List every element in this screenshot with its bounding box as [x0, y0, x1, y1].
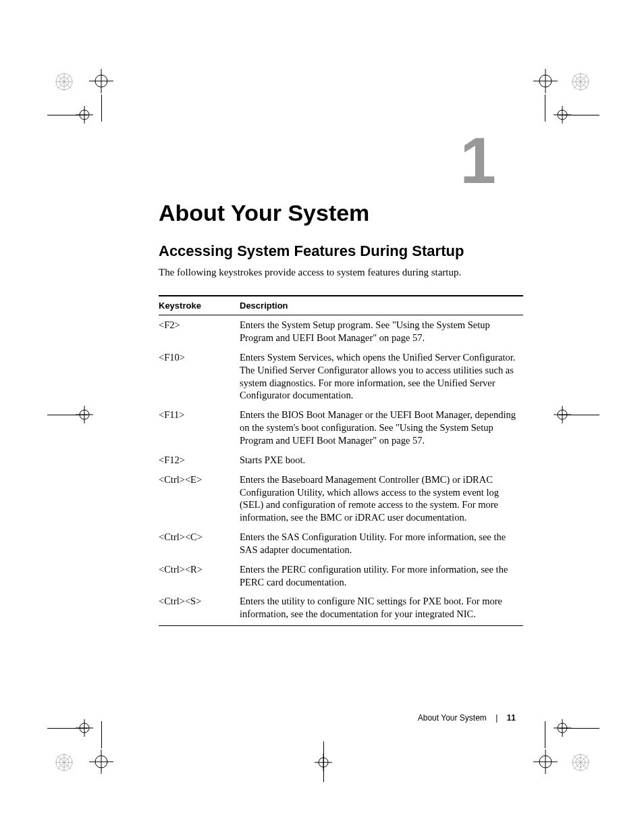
intro-paragraph: The following keystrokes provide access …	[159, 265, 523, 279]
cell-description: Enters the System Setup program. See "Us…	[240, 315, 523, 348]
footer-separator: |	[495, 713, 498, 723]
content-area: 1 About Your System Accessing System Fea…	[159, 128, 523, 626]
chapter-number: 1	[159, 128, 523, 193]
cell-description: Enters the SAS Configuration Utility. Fo…	[240, 527, 523, 560]
rosette-top-left	[54, 72, 74, 92]
page-root: 1 About Your System Accessing System Fea…	[0, 0, 644, 834]
crosshair-bottom-left2	[76, 719, 93, 737]
cell-description: Enters the PERC configuration utility. F…	[240, 560, 523, 592]
cell-description: Enters the BIOS Boot Manager or the UEFI…	[240, 405, 523, 450]
crosshair-right-mid	[554, 406, 571, 423]
table-row: <Ctrl><E> Enters the Baseboard Managemen…	[159, 470, 523, 527]
crosshair-top-right	[532, 68, 559, 95]
cell-keystroke: <F2>	[159, 315, 240, 348]
table-row: <Ctrl><C> Enters the SAS Configuration U…	[159, 527, 523, 560]
crosshair-left-mid	[76, 406, 93, 423]
crosshair-top-left	[88, 68, 115, 95]
cell-keystroke: <F10>	[159, 348, 240, 405]
table-row: <F11> Enters the BIOS Boot Manager or th…	[159, 405, 523, 450]
crosshair-top-right2	[554, 106, 571, 124]
table-row: <F10> Enters System Services, which open…	[159, 348, 523, 405]
footer-section-name: About Your System	[418, 713, 487, 723]
crop-line-brv	[545, 721, 545, 748]
th-keystroke: Keystroke	[159, 296, 240, 315]
cell-keystroke: <F11>	[159, 405, 240, 450]
table-row: <F12> Starts PXE boot.	[159, 450, 523, 470]
cell-description: Enters the Baseboard Management Controll…	[240, 470, 523, 527]
crosshair-bottom-center	[315, 754, 332, 771]
table-row: <Ctrl><R> Enters the PERC configuration …	[159, 560, 523, 592]
cell-description: Enters the utility to configure NIC sett…	[240, 592, 523, 625]
table-row: <Ctrl><S> Enters the utility to configur…	[159, 592, 523, 625]
table-row: <F2> Enters the System Setup program. Se…	[159, 315, 523, 348]
cell-keystroke: <Ctrl><R>	[159, 560, 240, 592]
footer-page-number: 11	[507, 713, 516, 723]
keystroke-table: Keystroke Description <F2> Enters the Sy…	[159, 295, 523, 626]
cell-description: Starts PXE boot.	[240, 450, 523, 470]
rosette-bottom-left	[54, 752, 74, 773]
page-footer: About Your System | 11	[418, 713, 516, 723]
crosshair-bottom-right2	[554, 719, 571, 737]
crop-line-blv	[101, 721, 102, 748]
cell-keystroke: <Ctrl><E>	[159, 470, 240, 527]
crosshair-bottom-left	[88, 748, 115, 775]
crop-line-tlv	[101, 95, 102, 122]
page-title: About Your System	[159, 200, 523, 226]
cell-keystroke: <F12>	[159, 450, 240, 470]
cell-keystroke: <Ctrl><S>	[159, 592, 240, 625]
rosette-top-right	[570, 72, 591, 92]
cell-description: Enters System Services, which opens the …	[240, 348, 523, 405]
crop-line-trv	[545, 95, 545, 122]
crosshair-bottom-right	[532, 748, 559, 775]
cell-keystroke: <Ctrl><C>	[159, 527, 240, 560]
crosshair-top-left2	[76, 106, 93, 124]
rosette-bottom-right	[570, 752, 591, 773]
th-description: Description	[240, 296, 523, 315]
section-title: Accessing System Features During Startup	[159, 242, 523, 260]
